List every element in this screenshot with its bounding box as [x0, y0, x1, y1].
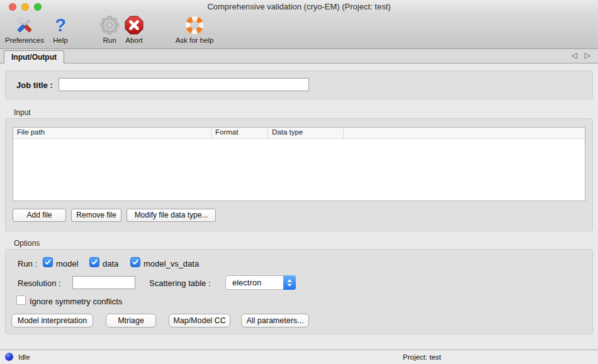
options-group-title: Options [14, 239, 40, 248]
model-vs-data-checkbox[interactable] [130, 257, 140, 267]
help-label: Help [49, 36, 72, 44]
checkmark-icon [132, 258, 139, 266]
abort-label: Abort [120, 36, 149, 44]
model-interpretation-button[interactable]: Model interpretation [11, 314, 93, 328]
project-text: Project: test [403, 353, 441, 361]
question-icon: ? [49, 14, 72, 36]
abort-button[interactable]: Abort [120, 14, 149, 44]
scattering-table-label: Scattering table : [149, 279, 211, 288]
file-table[interactable]: File path Format Data type [13, 127, 585, 201]
ignore-symmetry-conflicts-checkbox[interactable] [16, 295, 26, 305]
column-header-data-type[interactable]: Data type [268, 128, 344, 138]
job-title-input[interactable] [59, 78, 309, 91]
resolution-input[interactable] [72, 276, 135, 289]
all-parameters-button[interactable]: All parameters... [241, 314, 309, 328]
app-window: Comprehensive validation (cryo-EM) (Proj… [0, 0, 598, 364]
ask-for-help-label: Ask for help [170, 36, 219, 44]
minimize-window-button[interactable] [21, 3, 29, 11]
run-label: Run : [18, 259, 37, 268]
scattering-table-value: electron [232, 278, 261, 287]
toolbar: Preferences ? Help [0, 14, 598, 49]
input-group-title: Input [14, 108, 31, 117]
resolution-label: Resolution : [18, 279, 61, 288]
data-checkbox[interactable] [89, 257, 99, 267]
tab-bar: Input/Output ◁ ▷ [0, 49, 598, 63]
stop-icon [120, 14, 149, 36]
checkmark-icon [91, 258, 98, 266]
preferences-label: Preferences [1, 36, 48, 44]
model-vs-data-checkbox-label: model_vs_data [144, 259, 199, 268]
scattering-table-select[interactable]: electron [225, 275, 296, 290]
ask-for-help-button[interactable]: Ask for help [170, 14, 219, 44]
tab-input-output[interactable]: Input/Output [4, 50, 64, 63]
title-bar: Comprehensive validation (cryo-EM) (Proj… [0, 0, 598, 14]
window-title: Comprehensive validation (cryo-EM) (Proj… [0, 0, 598, 14]
data-checkbox-label: data [103, 259, 118, 268]
ignore-symmetry-conflicts-label: Ignore symmetry conflicts [30, 297, 122, 306]
chevron-up-down-icon [283, 275, 296, 290]
column-header-format[interactable]: Format [212, 128, 268, 138]
file-table-header: File path Format Data type [13, 128, 585, 139]
tools-icon [1, 14, 48, 36]
column-header-file-path[interactable]: File path [13, 128, 212, 138]
status-sphere-icon [5, 353, 13, 361]
status-bar: Idle Project: test [0, 350, 598, 364]
close-window-button[interactable] [9, 3, 16, 11]
checkmark-icon [44, 258, 52, 266]
help-button[interactable]: ? Help [49, 14, 72, 44]
modify-file-data-type-button[interactable]: Modify file data type... [127, 209, 216, 222]
model-checkbox[interactable] [43, 257, 53, 267]
map-model-cc-button[interactable]: Map/Model CC [169, 314, 230, 328]
add-file-button[interactable]: Add file [13, 209, 66, 222]
tab-scroll-left-icon[interactable]: ◁ [572, 51, 577, 60]
model-checkbox-label: model [56, 259, 78, 268]
status-text: Idle [18, 353, 30, 361]
tab-scroll-right-icon[interactable]: ▷ [585, 51, 590, 60]
preferences-button[interactable]: Preferences [1, 14, 48, 44]
remove-file-button[interactable]: Remove file [71, 209, 121, 222]
column-header-empty [344, 128, 585, 138]
zoom-window-button[interactable] [34, 3, 42, 11]
job-title-label: Job title : [16, 80, 53, 90]
life-ring-icon [170, 14, 219, 36]
mtriage-button[interactable]: Mtriage [106, 314, 156, 328]
